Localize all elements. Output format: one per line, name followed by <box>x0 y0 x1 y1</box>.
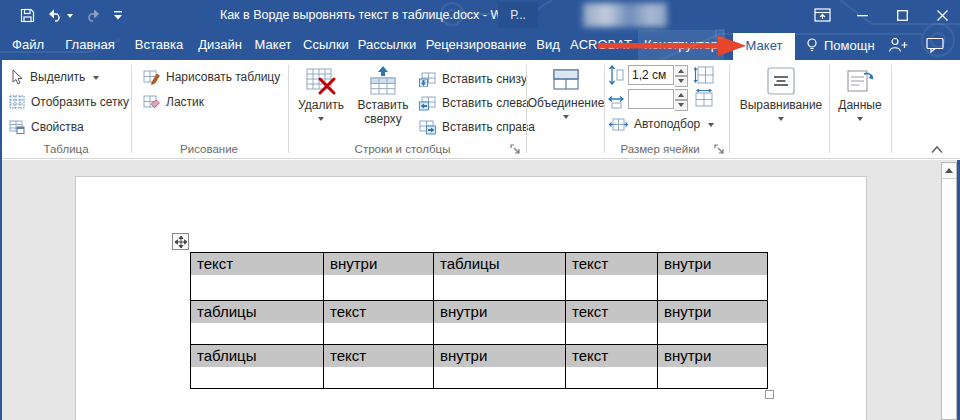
view-gridlines-label: Отобразить сетку <box>31 95 129 109</box>
row-height-spinner[interactable] <box>675 65 688 85</box>
table-row: таблицытекствнутритекствнутри <box>191 345 768 389</box>
selected-text: таблицы <box>191 345 323 367</box>
tab-review[interactable]: Рецензирование <box>424 30 528 60</box>
insert-right-label: Вставить справа <box>442 120 535 134</box>
table-row: таблицытекствнутритекствнутри <box>191 301 768 345</box>
draw-table-label: Нарисовать таблицу <box>166 70 280 84</box>
vertical-scrollbar[interactable] <box>941 162 957 420</box>
insert-below-icon <box>419 72 436 87</box>
autofit-button[interactable]: Автоподбор <box>606 113 717 135</box>
table-cell[interactable]: текст <box>191 253 324 301</box>
scroll-up-button[interactable] <box>942 163 956 179</box>
maximize-button[interactable] <box>892 5 912 25</box>
distribute-columns-button[interactable] <box>694 89 716 113</box>
ribbon-display-options-button[interactable] <box>812 5 832 25</box>
draw-table-icon <box>143 70 160 85</box>
tab-references[interactable]: Ссылки <box>300 30 352 60</box>
select-button[interactable]: Выделить <box>6 66 102 88</box>
annotation-arrow <box>590 35 750 57</box>
title-bar: Как в Ворде выровнять текст в таблице.do… <box>0 0 960 30</box>
properties-button[interactable]: Свойства <box>6 116 87 138</box>
table-row: текствнутритаблицытекствнутри <box>191 253 768 301</box>
tab-file[interactable]: Файл <box>6 30 50 60</box>
insert-below-label: Вставить снизу <box>442 72 527 86</box>
table-cell[interactable]: текст <box>566 345 658 389</box>
select-cursor-icon <box>9 69 24 85</box>
data-button[interactable]: Данные <box>831 64 889 154</box>
eraser-button[interactable]: Ластик <box>140 91 207 113</box>
table-cell[interactable]: внутри <box>658 301 768 345</box>
tab-insert[interactable]: Вставка <box>130 30 188 60</box>
maximize-icon <box>897 10 908 21</box>
table-cell[interactable]: внутри <box>434 345 566 389</box>
dialog-launcher-icon <box>510 144 521 155</box>
selected-text: текст <box>566 253 657 275</box>
tell-me-button[interactable]: Помощн <box>806 30 875 60</box>
insert-above-icon <box>368 66 398 96</box>
redo-button[interactable] <box>85 8 101 22</box>
group-divider <box>891 65 892 153</box>
undo-dropdown-arrow[interactable] <box>67 14 73 21</box>
view-gridlines-button[interactable]: Отобразить сетку <box>6 91 132 113</box>
merge-cells-icon <box>551 66 581 94</box>
cell-size-dialog-launcher[interactable] <box>714 141 727 154</box>
table-cell[interactable]: текст <box>324 301 434 345</box>
insert-above-button[interactable]: Вставить сверху <box>352 64 414 154</box>
table-move-handle[interactable] <box>172 233 189 250</box>
table-cell[interactable]: текст <box>566 253 658 301</box>
rows-cols-dialog-launcher[interactable] <box>510 141 523 154</box>
table-resize-handle[interactable] <box>765 390 774 399</box>
lightbulb-icon <box>806 38 818 53</box>
comments-button[interactable] <box>926 30 944 60</box>
select-label: Выделить <box>30 70 85 84</box>
document-page[interactable]: текствнутритаблицытекствнутритаблицытекс… <box>75 176 867 420</box>
insert-below-button[interactable]: Вставить снизу <box>416 68 530 90</box>
selected-text: внутри <box>658 301 767 323</box>
share-button[interactable] <box>888 30 908 60</box>
insert-left-icon <box>419 96 436 111</box>
tab-home[interactable]: Главная <box>58 30 122 60</box>
tab-mailings[interactable]: Рассылки <box>356 30 418 60</box>
table-cell[interactable]: внутри <box>658 345 768 389</box>
tab-layout[interactable]: Макет <box>250 30 296 60</box>
distribute-columns-icon <box>694 89 716 109</box>
table-cell[interactable]: текст <box>566 301 658 345</box>
row-height-input[interactable] <box>628 65 674 85</box>
group-label-draw: Рисование <box>140 143 278 157</box>
save-button[interactable] <box>20 8 35 23</box>
triangle-up-icon <box>945 164 953 173</box>
table-cell[interactable]: внутри <box>434 301 566 345</box>
delete-button[interactable]: Удалить <box>292 64 350 154</box>
table-cell[interactable]: таблицы <box>191 301 324 345</box>
minimize-button[interactable] <box>852 5 872 25</box>
table-cell[interactable]: текст <box>324 345 434 389</box>
user-account-button[interactable]: Р... <box>498 2 538 28</box>
autofit-dropdown-arrow <box>708 123 714 130</box>
table-cell[interactable]: внутри <box>324 253 434 301</box>
insert-left-button[interactable]: Вставить слева <box>416 92 532 114</box>
comment-icon <box>926 37 944 53</box>
distribute-rows-icon <box>694 65 716 85</box>
collapse-ribbon-button[interactable] <box>930 140 944 158</box>
column-width-input[interactable] <box>628 89 674 109</box>
merge-label: Объединение <box>528 97 605 111</box>
tab-view[interactable]: Вид <box>532 30 564 60</box>
customize-qat-button[interactable] <box>113 10 123 20</box>
undo-button[interactable] <box>47 8 73 22</box>
group-divider <box>604 65 605 153</box>
table-cell[interactable]: таблицы <box>191 345 324 389</box>
alignment-button[interactable]: Выравнивание <box>737 64 825 154</box>
distribute-rows-button[interactable] <box>694 65 716 89</box>
eraser-icon <box>143 95 160 110</box>
group-divider <box>131 65 132 153</box>
column-width-spinner[interactable] <box>675 89 688 109</box>
table-cell[interactable]: таблицы <box>434 253 566 301</box>
group-divider <box>729 65 730 153</box>
merge-button[interactable]: Объединение <box>530 64 602 154</box>
draw-table-button[interactable]: Нарисовать таблицу <box>140 66 283 88</box>
tab-design[interactable]: Дизайн <box>194 30 246 60</box>
close-button[interactable] <box>932 5 952 25</box>
insert-right-button[interactable]: Вставить справа <box>416 116 538 138</box>
customize-qat-icon <box>113 10 123 20</box>
table-cell[interactable]: внутри <box>658 253 768 301</box>
